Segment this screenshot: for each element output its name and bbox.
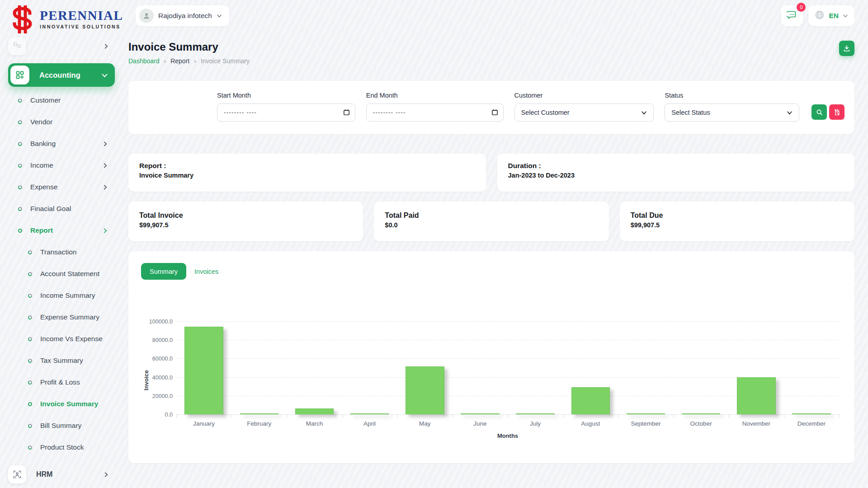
x-tick-label: October — [674, 420, 729, 427]
axis-tick — [674, 415, 674, 418]
bar-may[interactable] — [406, 366, 444, 414]
bar-slot — [508, 321, 563, 414]
sidebar-item-bill-summary[interactable]: Bill Summary — [8, 415, 115, 436]
sidebar-item-expense[interactable]: Expense — [8, 176, 115, 198]
x-tick-label: March — [287, 420, 342, 427]
sidebar-item-label: Income Vs Expense — [40, 335, 103, 343]
x-tick-label: December — [784, 420, 839, 427]
bar-june[interactable] — [461, 413, 500, 414]
bullet-icon — [28, 249, 33, 254]
bar-july[interactable] — [516, 413, 555, 414]
sidebar-group-label: HRM — [36, 470, 52, 479]
sidebar-item-hidden[interactable] — [8, 37, 115, 55]
bar-september[interactable] — [627, 413, 665, 414]
bar-march[interactable] — [295, 408, 334, 414]
messages-button[interactable]: 0 — [781, 5, 803, 26]
bar-january[interactable] — [184, 327, 223, 414]
sidebar-item-label: Expense Summary — [40, 313, 99, 321]
bullet-icon — [28, 423, 33, 428]
grid-plus-icon — [10, 66, 29, 84]
x-axis-title: Months — [176, 432, 839, 439]
total-paid-card: Total Paid $0.0 — [374, 202, 609, 241]
x-tick-label: August — [563, 420, 618, 427]
axis-tick — [784, 415, 784, 418]
report-label: Report : — [139, 162, 475, 170]
chat-icon — [787, 9, 797, 22]
bullet-icon — [18, 119, 23, 124]
sidebar-group-accounting[interactable]: Accounting — [8, 63, 115, 87]
total-due-value: $99,907.5 — [631, 221, 844, 229]
bullet-icon — [18, 141, 23, 146]
bar-november[interactable] — [737, 377, 776, 414]
end-month-label: End Month — [366, 92, 504, 99]
y-tick-label: 20000.0 — [146, 393, 173, 399]
sidebar-item-finacial-goal[interactable]: Finacial Goal — [8, 198, 115, 220]
sidebar-group-hrm[interactable]: HRM — [8, 462, 115, 487]
sidebar-item-label: Expense — [30, 183, 57, 191]
sidebar-item-banking[interactable]: Banking — [8, 133, 115, 155]
sidebar-item-customer[interactable]: Customer — [8, 89, 115, 111]
calendar-icon[interactable] — [343, 109, 350, 117]
status-select-value: Select Status — [671, 109, 710, 116]
brand-tagline: INNOVATIVE SOLUTIONS — [40, 24, 123, 29]
sidebar-item-vendor[interactable]: Vendor — [8, 111, 115, 133]
bar-february[interactable] — [240, 413, 279, 414]
x-tick-label: September — [618, 420, 673, 427]
sidebar-group-label: Accounting — [39, 71, 80, 80]
breadcrumb-dashboard[interactable]: Dashboard — [128, 57, 160, 65]
duration-label: Duration : — [508, 162, 844, 170]
calendar-icon[interactable] — [491, 109, 498, 117]
bullet-icon — [28, 271, 33, 276]
end-month-input[interactable] — [366, 103, 504, 122]
sidebar-item-account-statement[interactable]: Account Statement — [8, 263, 115, 285]
axis-tick — [508, 415, 508, 418]
search-button[interactable] — [811, 104, 827, 120]
breadcrumb-separator: › — [194, 57, 196, 65]
sidebar-item-label: Finacial Goal — [30, 205, 71, 213]
company-selector[interactable]: Rajodiya infotech — [136, 5, 229, 26]
bar-april[interactable] — [350, 413, 389, 414]
start-month-input[interactable] — [217, 103, 355, 122]
sidebar-item-income-summary[interactable]: Income Summary — [8, 285, 115, 306]
sidebar-item-tax-summary[interactable]: Tax Summary — [8, 350, 115, 371]
chevron-right-icon — [104, 472, 108, 477]
sidebar-item-profit-loss[interactable]: Profit & Loss — [8, 371, 115, 393]
sidebar-item-product-stock[interactable]: Product Stock — [8, 436, 115, 458]
sidebar-item-label: Income Summary — [40, 291, 95, 300]
chevron-down-icon — [843, 13, 848, 19]
y-tick-label: 0.0 — [146, 412, 173, 418]
sidebar-item-income-vs-expense[interactable]: Income Vs Expense — [8, 328, 115, 350]
bar-slot — [342, 321, 397, 414]
page-title: Invoice Summary — [128, 41, 250, 53]
bar-december[interactable] — [792, 413, 831, 414]
x-tick-label: April — [342, 420, 397, 427]
sidebar-item-transaction[interactable]: Transaction — [8, 241, 115, 263]
tab-summary[interactable]: Summary — [141, 263, 186, 280]
chevron-right-icon — [103, 163, 108, 168]
breadcrumb-report[interactable]: Report — [170, 57, 189, 65]
x-tick-label: June — [453, 420, 508, 427]
language-code: EN — [829, 12, 839, 20]
language-selector[interactable]: EN — [808, 5, 854, 26]
bullet-icon — [28, 401, 33, 406]
bar-august[interactable] — [571, 387, 610, 414]
sidebar-bottom-groups: HRMCRM — [8, 462, 115, 488]
customer-select[interactable]: Select Customer — [514, 103, 654, 122]
sidebar-item-report[interactable]: Report — [8, 220, 115, 241]
filter-panel: Start Month End Month Customer Select Cu… — [128, 81, 854, 134]
reset-button[interactable] — [829, 104, 844, 120]
tab-invoices[interactable]: Invoices — [194, 268, 218, 275]
bullet-icon — [28, 445, 33, 450]
breadcrumb: Dashboard › Report › Invoice Summary — [128, 57, 250, 65]
customer-label: Customer — [514, 92, 654, 99]
status-select[interactable]: Select Status — [665, 103, 799, 122]
axis-tick — [453, 415, 453, 418]
download-button[interactable] — [839, 41, 854, 56]
sidebar-item-income[interactable]: Income — [8, 155, 115, 176]
search-icon — [816, 109, 823, 116]
bar-october[interactable] — [682, 413, 721, 414]
total-paid-label: Total Paid — [385, 211, 598, 220]
sidebar-item-invoice-summary[interactable]: Invoice Summary — [8, 393, 115, 415]
bars-layer — [176, 321, 839, 414]
sidebar-item-expense-summary[interactable]: Expense Summary — [8, 306, 115, 328]
